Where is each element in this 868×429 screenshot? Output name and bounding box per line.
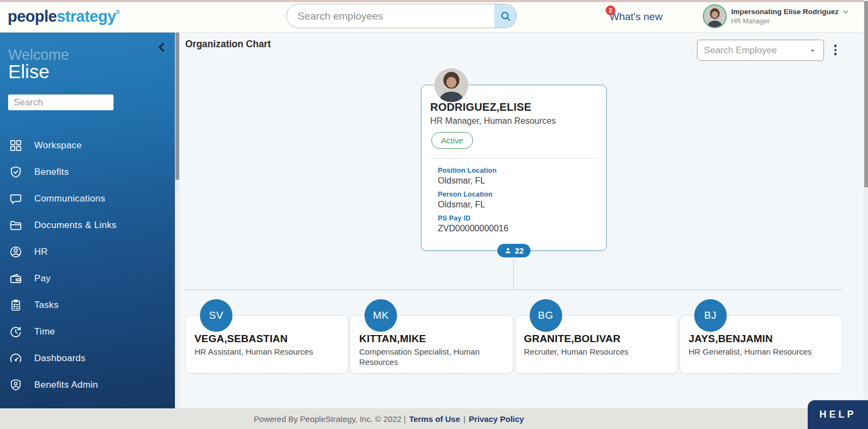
initials-avatar: BJ	[694, 299, 727, 332]
user-info: Impersonating Elise Rodriguez HR Manager	[731, 8, 850, 25]
wallet-icon	[8, 271, 23, 286]
clipboard-icon	[8, 298, 23, 312]
org-card-granite-bolivar[interactable]: BG GRANITE,BOLIVAR Recruiter, Human Reso…	[515, 315, 678, 374]
employee-name: JAYS,BENJAMIN	[689, 333, 833, 345]
chevron-left-icon	[156, 41, 167, 53]
sidebar-scrollbar[interactable]	[175, 33, 179, 408]
privacy-policy-link[interactable]: Privacy Policy	[469, 414, 524, 424]
peoplestrategy-logo[interactable]: peoplestrategy®	[8, 8, 119, 26]
header-employee-search	[286, 4, 517, 28]
sidebar-item-workspace[interactable]: Workspace	[0, 132, 175, 159]
sidebar-item-dashboards[interactable]: Dashboards	[0, 345, 175, 371]
help-button[interactable]: HELP	[808, 400, 868, 429]
org-card-jays-benjamin[interactable]: BJ JAYS,BENJAMIN HR Generalist, Human Re…	[680, 315, 842, 374]
sidebar-nav: Workspace Benefits Communications	[0, 132, 175, 398]
sidebar-item-benefits-admin[interactable]: Benefits Admin	[0, 371, 175, 398]
user-avatar-photo	[704, 5, 726, 27]
direct-reports-badge[interactable]: 22	[498, 244, 531, 257]
user-avatar	[703, 4, 727, 28]
employee-name: RODRIGUEZ,ELISE	[430, 101, 597, 113]
field-position-location: Position Location Oldsmar, FL	[438, 167, 606, 186]
whats-new-link[interactable]: 2 What's new	[609, 11, 663, 23]
whats-new-label: What's new	[609, 11, 663, 22]
footer-separator: |	[463, 414, 466, 424]
sidebar-item-benefits[interactable]: Benefits	[0, 159, 175, 185]
card-divider	[430, 158, 597, 159]
org-card-kittan-mike[interactable]: MK KITTAN,MIKE Compensation Specialist, …	[350, 315, 513, 374]
shield-person-icon	[8, 377, 23, 392]
search-icon	[500, 10, 512, 22]
employee-title: HR Assistant, Human Resources	[194, 347, 339, 357]
sidebar-search-input[interactable]	[8, 94, 114, 110]
sidebar-item-documents-links[interactable]: Documents & Links	[0, 212, 175, 238]
grid-icon	[8, 138, 23, 153]
initials-avatar: BG	[530, 299, 562, 332]
sidebar: Welcome Elise Workspace	[0, 33, 175, 408]
initials-avatar: MK	[364, 299, 397, 332]
logo-text-people: people	[8, 8, 56, 25]
root-avatar-photo	[435, 68, 468, 102]
employee-name: KITTAN,MIKE	[359, 333, 504, 345]
person-circle-icon	[8, 244, 23, 259]
field-person-location: Person Location Oldsmar, FL	[438, 191, 606, 210]
kebab-dot	[834, 49, 837, 52]
shield-check-icon	[8, 165, 23, 179]
sidebar-item-communications[interactable]: Communications	[0, 185, 175, 212]
chevron-down-icon[interactable]	[842, 8, 850, 16]
gauge-icon	[8, 351, 23, 365]
sidebar-item-hr[interactable]: HR	[0, 238, 175, 265]
sidebar-scrollbar-thumb[interactable]	[175, 33, 179, 180]
user-menu[interactable]: Impersonating Elise Rodriguez HR Manager	[703, 4, 850, 28]
welcome-user-name: Elise	[8, 61, 49, 83]
page-scrollbar[interactable]	[864, 0, 868, 408]
org-connector-horizontal	[185, 289, 842, 290]
kebab-dot	[834, 53, 837, 55]
terms-of-use-link[interactable]: Terms of Use	[409, 414, 460, 424]
powered-by-text: Powered By PeopleStrategy, Inc. © 2022 |	[254, 414, 406, 424]
org-children-row: SV VEGA,SEBASTIAN HR Assistant, Human Re…	[185, 315, 842, 374]
chat-bubble-icon	[8, 191, 23, 206]
logo-text-strategy: strategy	[56, 8, 116, 25]
notification-badge: 2	[606, 5, 615, 15]
org-chart-main: Organization Chart Search Employee RODRI…	[179, 33, 868, 408]
sidebar-item-tasks[interactable]: Tasks	[0, 292, 175, 318]
employee-title: HR Manager, Human Resources	[430, 116, 597, 126]
caret-down-icon	[808, 46, 817, 55]
employee-title: Recruiter, Human Resources	[524, 347, 669, 357]
employee-search-placeholder: Search Employee	[704, 45, 808, 56]
employee-fields: Position Location Oldsmar, FL Person Loc…	[438, 167, 606, 234]
direct-reports-count: 22	[515, 246, 524, 255]
employee-title: HR Generalist, Human Resources	[689, 347, 833, 357]
sidebar-item-time[interactable]: Time	[0, 318, 175, 345]
header-search-input[interactable]	[287, 4, 494, 28]
impersonation-label: Impersonating Elise Rodriguez	[731, 8, 839, 16]
org-card-root[interactable]: RODRIGUEZ,ELISE HR Manager, Human Resour…	[421, 85, 607, 251]
search-submit-button[interactable]	[494, 4, 517, 28]
app-root: peoplestrategy® 2 What's new	[0, 0, 868, 429]
clock-icon	[8, 324, 23, 339]
folder-icon	[8, 218, 23, 232]
org-connector-vertical	[513, 256, 514, 289]
logo-trademark: ®	[116, 9, 119, 15]
header: peoplestrategy® 2 What's new	[0, 2, 868, 33]
employee-name: GRANITE,BOLIVAR	[524, 333, 669, 345]
org-card-vega-sebastian[interactable]: SV VEGA,SEBASTIAN HR Assistant, Human Re…	[185, 315, 348, 374]
field-ps-pay-id: PS Pay ID ZVD00000000016	[438, 214, 606, 234]
page-title: Organization Chart	[185, 39, 271, 50]
employee-search-dropdown[interactable]: Search Employee	[697, 40, 824, 61]
employee-name: VEGA,SEBASTIAN	[194, 333, 339, 345]
page-scrollbar-thumb[interactable]	[864, 1, 868, 187]
user-role: HR Manager	[731, 17, 850, 25]
kebab-dot	[834, 45, 837, 47]
sidebar-item-pay[interactable]: Pay	[0, 265, 175, 292]
sidebar-collapse-button[interactable]	[156, 41, 167, 55]
footer: Powered By PeopleStrategy, Inc. © 2022 |…	[0, 408, 868, 429]
kebab-menu-button[interactable]	[830, 41, 841, 59]
person-icon	[504, 247, 512, 255]
status-badge: Active	[431, 132, 473, 149]
employee-title: Compensation Specialist, Human Resources	[359, 347, 504, 368]
initials-avatar: SV	[200, 299, 232, 332]
